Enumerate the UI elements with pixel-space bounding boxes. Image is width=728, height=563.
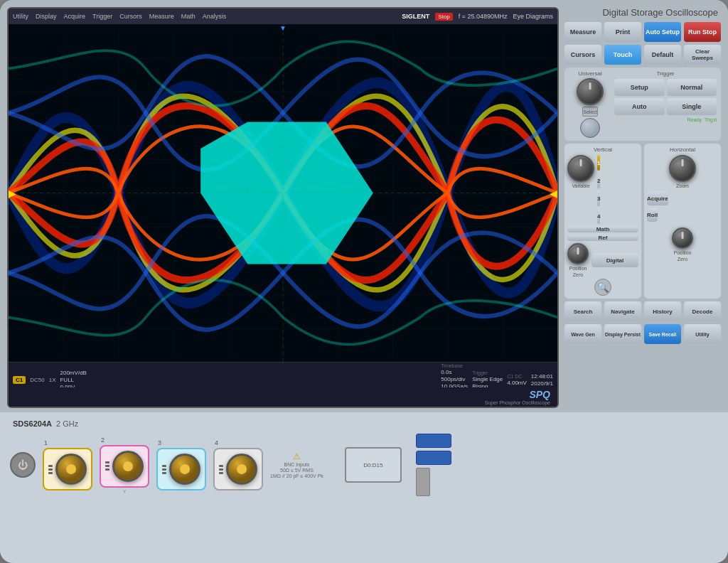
- ch1-mv: 200mV/dB: [60, 370, 86, 376]
- ch3-bnc-inner: [169, 454, 200, 485]
- screen-logos: SPQ Super Phosphor Oscilloscope: [9, 387, 557, 407]
- menu-acquire[interactable]: Acquire: [64, 13, 86, 20]
- search-button[interactable]: Search: [564, 301, 601, 321]
- v-position-knob[interactable]: [567, 243, 589, 264]
- sd-slot[interactable]: [416, 468, 430, 496]
- ch1-full: FULL: [60, 377, 86, 383]
- digital-port[interactable]: D0:D15: [345, 447, 402, 483]
- default-button[interactable]: Default: [644, 45, 681, 65]
- volts-div-knob[interactable]: [567, 155, 594, 182]
- menu-measure[interactable]: Measure: [149, 13, 174, 20]
- decode-button[interactable]: Decode: [684, 301, 721, 321]
- ch1dc-block: C1 DC 4.00mV: [507, 374, 527, 386]
- universal-trigger-section: Universal Select Trigger Setup Normal: [564, 68, 721, 141]
- channel-1-input: 1: [43, 439, 92, 490]
- timebase-label: Timebase: [441, 363, 468, 368]
- ch2-bnc[interactable]: [100, 445, 149, 488]
- auto-setup-button[interactable]: Auto Setup: [644, 22, 681, 42]
- nav-circle[interactable]: [580, 118, 600, 138]
- model-freq: 2 GHz: [56, 419, 78, 428]
- ch1-bnc-inner: [55, 454, 87, 485]
- v-position-label: Position: [569, 266, 587, 271]
- time-div-knob[interactable]: [669, 155, 696, 182]
- print-button[interactable]: Print: [604, 22, 641, 42]
- usb-port-1[interactable]: [416, 434, 451, 448]
- history-button[interactable]: History: [644, 301, 681, 321]
- menu-trigger[interactable]: Trigger: [92, 13, 112, 20]
- usb-port-2[interactable]: [416, 451, 451, 465]
- math-button[interactable]: Math: [567, 226, 638, 232]
- measure-button[interactable]: Measure: [564, 22, 601, 42]
- display-persist-button[interactable]: Display Persist: [604, 324, 641, 344]
- ch2-button[interactable]: 2: [597, 173, 600, 188]
- power-button[interactable]: ⏻: [10, 452, 36, 478]
- clear-sweeps-button[interactable]: Clear Sweeps: [684, 45, 721, 65]
- top-section: Utility Display Acquire Trigger Cursors …: [0, 0, 728, 412]
- screen-info: SIGLENT Stop f = 25.04890MHz Eye Diagram…: [402, 13, 553, 21]
- btn-row-1: Measure Print Auto Setup Run Stop: [564, 22, 721, 42]
- roll-button[interactable]: Roll: [647, 208, 658, 222]
- spq-sub: Super Phosphor Oscilloscope: [485, 400, 553, 405]
- bnc-spec2: 1MΩ // 20 pF ≤ 400V Pk: [270, 473, 323, 478]
- ch3-bnc[interactable]: [156, 448, 206, 490]
- eye-diagram-canvas: ▶ ◀ ▼: [9, 24, 557, 362]
- ch1-button[interactable]: 1: [597, 155, 600, 171]
- universal-knob[interactable]: [577, 78, 604, 105]
- ch1-bnc[interactable]: [43, 448, 92, 490]
- timestamp-block: 12:48:01 2020/9/1: [531, 373, 553, 387]
- timebase-div: 500ps/div: [441, 376, 468, 382]
- bnc-label: BNC Inputs: [270, 462, 323, 467]
- trigger-setup-button[interactable]: Setup: [614, 79, 665, 96]
- utility-button[interactable]: Utility: [684, 324, 721, 344]
- trigger-single-button[interactable]: Single: [667, 98, 717, 115]
- ch4-num: 4: [215, 439, 218, 446]
- menu-analysis[interactable]: Analysis: [203, 13, 227, 20]
- h-position-label: Position: [674, 250, 692, 255]
- v-zero-label: Zero: [573, 272, 583, 277]
- ch3-button[interactable]: 3: [597, 191, 600, 206]
- inputs-row: ⏻ 1: [10, 434, 718, 496]
- touch-button[interactable]: Touch: [604, 45, 641, 65]
- spq-logo: SPQ: [529, 389, 553, 400]
- ch-buttons-col: 1 2 3 4: [597, 155, 600, 224]
- ch2-bnc-inner: [112, 451, 144, 482]
- digital-button[interactable]: Digital: [592, 253, 638, 267]
- timebase-value: 0.0s: [441, 369, 468, 375]
- ref-button[interactable]: Ref: [567, 235, 638, 241]
- ch1dc-label: C1 DC: [507, 374, 527, 379]
- warning-icon: ⚠: [270, 451, 323, 461]
- h-position-knob[interactable]: [672, 227, 693, 249]
- trigger-row1: Setup Normal: [614, 79, 717, 96]
- power-icon: ⏻: [18, 459, 28, 471]
- menu-utility[interactable]: Utility: [13, 13, 28, 20]
- ch4-bnc[interactable]: [213, 448, 263, 490]
- menu-cursors[interactable]: Cursors: [119, 13, 142, 20]
- cursors-button[interactable]: Cursors: [564, 45, 601, 65]
- menu-display[interactable]: Display: [36, 13, 57, 20]
- run-stop-button[interactable]: Run Stop: [684, 22, 721, 42]
- ch3-num: 3: [158, 439, 161, 446]
- save-recall-button[interactable]: Save Recall: [644, 324, 681, 344]
- ch4-button[interactable]: 4: [597, 208, 600, 224]
- zoom-label: Zoom: [676, 183, 689, 188]
- v-knob-group: Variable: [567, 155, 594, 188]
- search-zoom-button[interactable]: 🔍: [594, 279, 611, 296]
- digital-section: D0:D15: [345, 447, 402, 483]
- horizontal-title: Horizontal: [647, 146, 718, 153]
- bnc-spec1: 50Ω ≤ 5V RMS: [270, 468, 323, 473]
- ch1-num: 1: [44, 439, 48, 446]
- trigger-normal-button[interactable]: Normal: [667, 79, 717, 96]
- dso-title: Digital Storage Oscilloscope: [564, 7, 721, 19]
- ch2-num: 2: [101, 436, 105, 444]
- navigate-button[interactable]: Navigate: [604, 301, 641, 321]
- select-btn[interactable]: Select: [582, 107, 598, 117]
- screen-area: Utility Display Acquire Trigger Cursors …: [7, 7, 559, 408]
- wave-gen-button[interactable]: Wave Gen: [564, 324, 601, 344]
- trig-status: Ready Trig'd: [614, 117, 717, 122]
- dc50-label: DC50: [30, 377, 44, 383]
- trigger-auto-button[interactable]: Auto: [614, 98, 665, 115]
- menu-math[interactable]: Math: [181, 13, 196, 20]
- siglent-screen-logo: SIGLENT: [402, 13, 429, 20]
- vertical-title: Vertical: [567, 146, 638, 153]
- acquire-button[interactable]: Acquire: [647, 191, 668, 205]
